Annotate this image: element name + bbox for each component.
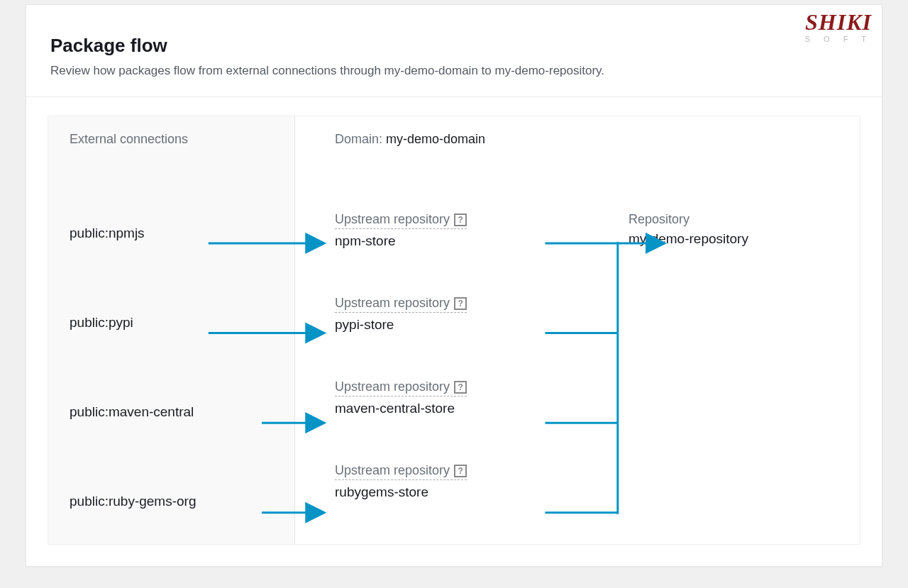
upstream-value: rubygems-store	[335, 484, 607, 500]
external-row: public:maven-central	[70, 391, 273, 433]
domain-label: Domain:	[335, 132, 386, 146]
external-name: public:ruby-gems-org	[70, 494, 273, 509]
repository-value: my-demo-repository	[629, 231, 846, 247]
flow-grid: External connections public:npmjs public…	[48, 116, 860, 545]
domain-value: my-demo-domain	[386, 132, 485, 146]
repository-block: Repository my-demo-repository	[629, 212, 846, 247]
upstream-label: Upstream repository ?	[335, 296, 467, 313]
upstream-label: Upstream repository ?	[335, 379, 467, 396]
external-row: public:ruby-gems-org	[70, 480, 273, 523]
upstream-label-text: Upstream repository	[335, 379, 450, 394]
panel: SHIKI S O F T Package flow Review how pa…	[26, 4, 882, 567]
external-row: public:npmjs	[70, 212, 273, 255]
upstream-label: Upstream repository ?	[335, 463, 467, 480]
upstream-block: Upstream repository ? maven-central-stor…	[335, 379, 607, 416]
upstream-block: Upstream repository ? pypi-store	[335, 296, 607, 333]
brand-logo: SHIKI S O F T	[805, 11, 872, 43]
upstream-label-text: Upstream repository	[335, 296, 450, 311]
external-name: public:maven-central	[70, 404, 273, 420]
upstream-value: npm-store	[335, 233, 607, 249]
upstream-block: Upstream repository ? rubygems-store	[335, 463, 607, 500]
page-subtitle: Review how packages flow from external c…	[50, 64, 858, 78]
upstream-value: maven-central-store	[335, 401, 607, 416]
upstream-value: pypi-store	[335, 317, 607, 333]
page-title: Package flow	[50, 35, 858, 57]
help-icon[interactable]: ?	[454, 297, 467, 310]
upstream-label-text: Upstream repository	[335, 463, 450, 478]
brand-logo-subtext: S O F T	[805, 35, 872, 43]
external-column: External connections public:npmjs public…	[48, 116, 295, 544]
brand-logo-text: SHIKI	[805, 11, 872, 33]
upstream-label: Upstream repository ?	[335, 212, 467, 229]
upstream-label-text: Upstream repository	[335, 212, 450, 227]
help-icon[interactable]: ?	[454, 465, 467, 477]
external-name: public:npmjs	[70, 226, 273, 241]
repository-column: . Repository my-demo-repository	[629, 116, 860, 544]
domain-column-header: Domain: my-demo-domain	[335, 132, 607, 147]
external-column-header: External connections	[70, 132, 273, 147]
repository-label: Repository	[629, 212, 846, 227]
domain-column: Domain: my-demo-domain Upstream reposito…	[295, 116, 629, 544]
help-icon[interactable]: ?	[454, 213, 467, 226]
upstream-block: Upstream repository ? npm-store	[335, 212, 607, 249]
header: Package flow Review how packages flow fr…	[26, 5, 882, 97]
help-icon[interactable]: ?	[454, 381, 467, 394]
external-row: public:pypi	[70, 301, 273, 344]
external-name: public:pypi	[70, 315, 273, 331]
flow-area: External connections public:npmjs public…	[26, 97, 882, 566]
